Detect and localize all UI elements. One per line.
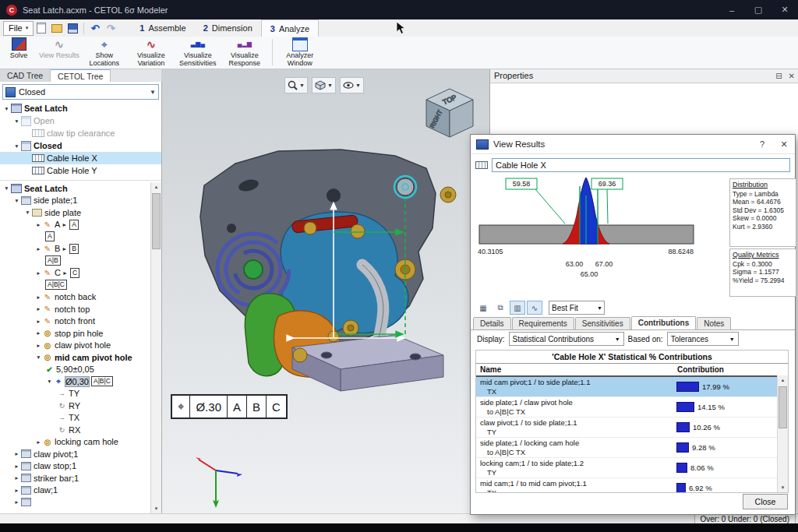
tree-item-side-plate-1[interactable]: ▾ side plate;1 [0,195,151,207]
tree-item-datum-b[interactable]: ▸ ✎ B ► B [0,243,151,255]
tree-item-ty[interactable]: → TY [0,388,151,400]
tab-requirements[interactable]: Requirements [512,317,574,329]
table-scrollbar[interactable]: ▲ ▼ [777,375,788,492]
tree-item-locking-cam-hole[interactable]: ▸ ◎ locking cam hole [0,436,151,449]
contribution-row[interactable]: side plate;1 / claw pivot hole to A|B|C … [476,397,788,417]
tree-item-seat-latch[interactable]: ▾ Seat Latch [0,102,161,115]
expander-icon[interactable]: ▸ [34,329,43,336]
tab-cad-tree[interactable]: CAD Tree [0,69,51,82]
dialog-title-bar[interactable]: View Results ? ✕ [471,135,795,154]
tree-item-partial[interactable]: ▸ [0,496,151,509]
tree-item-mid-cam-pivot-hole[interactable]: ▾ ◎ mid cam pivot hole [0,351,151,364]
tree-item-rx[interactable]: ↻ RX [0,424,151,436]
view-results-button[interactable]: ∿ View Results [37,37,81,69]
tab-assemble[interactable]: 1 Assemble [131,19,194,37]
expander-icon[interactable]: ▾ [2,185,11,192]
maximize-button[interactable]: ▢ [745,0,772,19]
copy-chart-icon[interactable]: ⧉ [493,301,508,315]
tree-item-closed[interactable]: ▾ Closed [0,139,161,152]
expander-icon[interactable]: ▸ [34,221,43,228]
tree-item-notch-front[interactable]: ▸ ✎ notch front [0,315,151,328]
fit-type-combo[interactable]: Best Fit ▼ [549,301,605,315]
zoom-tool-button[interactable]: ▼ [284,77,308,93]
expander-icon[interactable]: ▸ [34,439,43,446]
minimize-button[interactable]: – [719,0,745,19]
display-style-button[interactable]: ▼ [340,77,364,93]
tree-item-datum-frame-ab[interactable]: A|B [0,255,151,267]
analyzer-window-button[interactable]: Analyzer Window [277,37,323,69]
expander-icon[interactable]: ▸ [34,294,43,301]
expander-icon[interactable]: ▸ [34,270,43,277]
tree-item-claw-1[interactable]: ▸ claw;1 [0,484,151,497]
tree-item-claw-pivot-hole[interactable]: ▸ ◎ claw pivot hole [0,340,151,352]
3d-viewport[interactable]: TOP RIGHT ▼ ▼ [161,69,489,513]
tree-item-cable-hole-y[interactable]: Cable Hole Y [0,164,161,177]
tree-item-notch-back[interactable]: ▸ ✎ notch back [0,291,151,304]
scroll-up-icon[interactable]: ▲ [154,182,159,192]
tree-item-seat-latch-model[interactable]: ▾ Seat Latch [0,182,151,195]
tree-item-dimension-590[interactable]: ✔ 5,90±0,05 [0,364,151,376]
tree-item-claw-tip-clearance[interactable]: claw tip clearance [0,127,161,139]
expander-icon[interactable]: ▾ [2,105,11,112]
expander-icon[interactable]: ▸ [34,318,43,325]
scroll-down-icon[interactable]: ▼ [781,483,786,492]
new-document-button[interactable] [34,22,48,35]
expander-icon[interactable]: ▸ [34,245,43,252]
expander-icon[interactable]: ▸ [34,342,43,349]
tree-item-stop-pin-hole[interactable]: ▸ ◎ stop pin hole [0,327,151,340]
based-on-combo[interactable]: Tolerances ▼ [667,332,739,346]
undo-button[interactable]: ↶ [88,22,102,35]
expander-icon[interactable]: ▸ [12,450,21,457]
feature-control-frame[interactable]: ⌖ Ø.30 A B C [171,394,288,419]
expander-icon[interactable]: ▸ [34,305,43,312]
scroll-down-icon[interactable]: ▼ [154,504,159,513]
table-view-icon[interactable]: ▦ [475,301,491,315]
expander-icon[interactable]: ▾ [12,143,21,150]
tree-item-datum-frame-abc[interactable]: A|B|C [0,279,151,291]
expander-icon[interactable]: ▸ [12,487,21,494]
dock-icon[interactable]: ⊟ [775,72,782,80]
tree-item-notch-top[interactable]: ▸ ✎ notch top [0,303,151,315]
view-cube[interactable]: TOP RIGHT [426,89,473,137]
tree-item-claw-stop-1[interactable]: ▸ claw stop;1 [0,460,151,473]
distribution-link[interactable]: Distribution [733,181,793,189]
contribution-row[interactable]: mid cam;1 / to mid cam pivot;1.1 TX 6.92… [476,478,788,493]
scrollbar-thumb[interactable] [779,386,787,428]
expander-icon[interactable]: ▸ [12,499,21,506]
tree-item-cable-hole-x[interactable]: Cable Hole X [0,152,161,164]
dialog-close-icon[interactable]: ✕ [773,139,795,150]
expander-icon[interactable]: ▾ [45,378,54,385]
analysis-state-combo[interactable]: Closed ▼ [2,84,159,100]
redo-button[interactable]: ↷ [104,22,118,35]
tab-dimension[interactable]: 2 Dimension [195,19,261,37]
view-orientation-button[interactable]: ▼ [312,77,336,93]
contribution-row[interactable]: side plate;1 / locking cam hole to A|B|C… [476,438,788,458]
scroll-up-icon[interactable]: ▲ [781,375,786,385]
tree-item-datum-c[interactable]: ▸ ✎ C ► C [0,267,151,280]
curve-toggle-icon[interactable]: ∿ [527,301,542,315]
show-locations-button[interactable]: ⌖ Show Locations [81,37,128,69]
tree-item-ry[interactable]: ↻ RY [0,400,151,412]
expander-icon[interactable]: ▾ [34,354,43,361]
tab-notes[interactable]: Notes [697,317,731,329]
measurement-name-input[interactable] [492,158,790,172]
histogram-toggle-icon[interactable]: ▥ [510,301,525,315]
file-menu-button[interactable]: File ▾ [3,21,34,36]
expander-icon[interactable]: ▸ [12,474,21,481]
save-button[interactable] [65,22,79,35]
tab-sensitivities[interactable]: Sensitivities [575,317,630,329]
tree-item-striker-bar-1[interactable]: ▸ striker bar;1 [0,472,151,484]
scrollbar-thumb[interactable] [152,193,161,249]
contribution-row[interactable]: claw pivot;1 / to side plate;1.1 TY 10.2… [476,417,788,438]
close-panel-icon[interactable]: ✕ [789,72,795,80]
expander-icon[interactable]: ▸ [12,463,21,470]
tree-item-open[interactable]: ▾ Open [0,115,161,127]
solve-button[interactable]: Solve [0,37,37,69]
tab-analyze[interactable]: 3 Analyze [261,19,319,37]
tree-scrollbar[interactable]: ▲ ▼ [150,182,161,513]
visualize-sensitivities-button[interactable]: ▃▆▄ Visualize Sensitivities [175,37,221,69]
visualize-response-button[interactable]: ▄▂▆ Visualize Response [221,37,268,69]
expander-icon[interactable]: ▾ [12,197,21,204]
tree-item-tx[interactable]: → TX [0,412,151,425]
tree-item-claw-pivot-1[interactable]: ▸ claw pivot;1 [0,448,151,460]
